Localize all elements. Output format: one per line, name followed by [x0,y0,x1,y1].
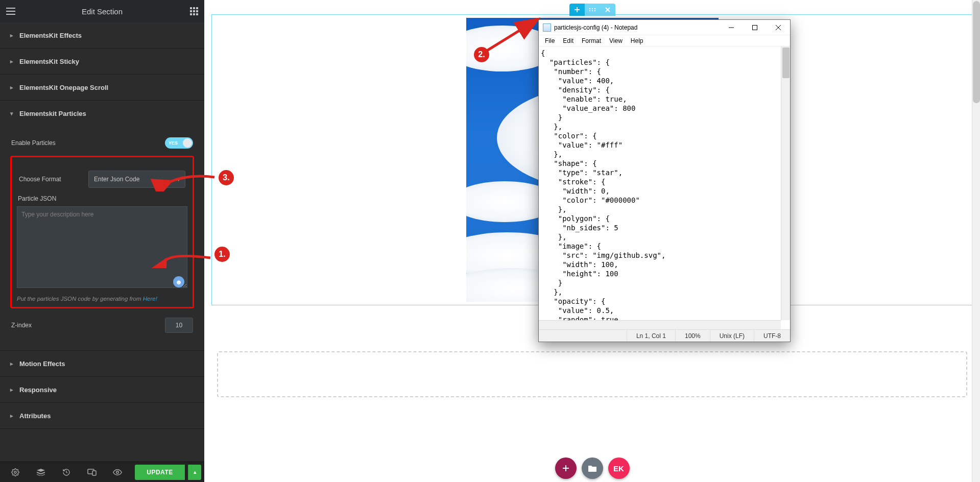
menu-help[interactable]: Help [627,37,648,44]
svg-rect-11 [92,471,96,475]
svg-point-9 [14,471,16,473]
menu-edit[interactable]: Edit [559,37,578,44]
editor-sidebar: Edit Section ▸ElementsKit Effects ▸Eleme… [0,0,204,482]
enable-particles-toggle[interactable]: YES [165,137,193,149]
caret-right-icon: ▸ [10,360,13,367]
choose-format-select[interactable]: Enter Json Code [88,171,185,188]
notepad-window: particlesjs-config (4) - Notepad File Ed… [538,19,791,342]
responsive-icon[interactable] [80,463,104,482]
accordion-effects[interactable]: ▸ElementsKit Effects [0,22,204,48]
status-encoding: UTF-8 [754,330,790,342]
svg-point-14 [591,8,592,9]
accordion-sticky[interactable]: ▸ElementsKit Sticky [0,49,204,74]
accordion-particles[interactable]: ▾Elementskit Particles [0,101,204,126]
svg-rect-7 [193,13,195,15]
svg-rect-2 [196,7,198,9]
notepad-menubar: File Edit Format View Help [539,35,790,46]
svg-point-18 [594,10,595,11]
history-icon[interactable] [54,463,79,482]
accordion-onepage[interactable]: ▸ElementsKit Onepage Scroll [0,75,204,100]
window-maximize-button[interactable] [743,20,767,35]
template-library-button[interactable] [582,457,603,479]
navigator-icon[interactable] [29,463,53,482]
add-section-buttons: EK [555,457,630,479]
svg-point-12 [116,471,119,473]
sidebar-header: Edit Section [0,0,204,22]
notepad-vertical-scrollbar[interactable] [781,46,790,320]
choose-format-label: Choose Format [19,176,82,183]
window-minimize-button[interactable] [720,20,743,35]
svg-rect-0 [190,7,192,9]
accordion-label: Elementskit Particles [19,110,86,117]
assistant-avatar-icon: ☻ [173,276,184,287]
notepad-text-area[interactable]: { "particles": { "number": { "value": 40… [539,46,781,320]
scrollbar-thumb[interactable] [973,1,980,103]
caret-right-icon: ▸ [10,58,13,65]
particles-help-text: Put the particles JSON code by generatin… [17,296,187,302]
annotation-highlight-box: Choose Format Enter Json Code ▾ Particle… [10,156,194,308]
svg-point-16 [589,10,590,11]
accordion-label: Motion Effects [19,360,65,368]
particles-generator-link[interactable]: Here! [143,296,157,302]
canvas-scrollbar[interactable] [972,0,980,482]
settings-icon[interactable] [3,463,28,482]
annotation-marker-1: 1. [214,247,230,262]
apps-grid-icon[interactable] [190,7,198,15]
enable-particles-label: Enable Particles [11,139,159,147]
help-prefix: Put the particles JSON code by generatin… [17,296,143,302]
notepad-horizontal-scrollbar[interactable] [539,320,781,329]
elementskit-button[interactable]: EK [608,457,630,479]
svg-rect-3 [190,10,192,12]
sidebar-footer: UPDATE ▴ [0,462,204,482]
svg-rect-6 [190,13,192,15]
accordion-attributes[interactable]: ▸Attributes [0,403,204,428]
notepad-statusbar: Ln 1, Col 1 100% Unix (LF) UTF-8 [539,329,790,342]
ek-label: EK [613,464,624,473]
z-index-input[interactable] [165,318,193,333]
empty-section-placeholder[interactable] [217,351,967,397]
scrollbar-thumb[interactable] [782,47,790,78]
notepad-body: { "particles": { "number": { "value": 40… [539,46,790,329]
status-zoom: 100% [676,330,710,342]
svg-rect-5 [196,10,198,12]
section-edit-handle[interactable] [585,4,600,16]
notepad-titlebar[interactable]: particlesjs-config (4) - Notepad [539,20,790,35]
annotation-marker-2: 2. [474,47,489,62]
window-close-button[interactable] [767,20,790,35]
menu-format[interactable]: Format [578,37,605,44]
caret-right-icon: ▸ [10,413,13,419]
menu-view[interactable]: View [605,37,627,44]
svg-rect-4 [193,10,195,12]
update-dropdown-button[interactable]: ▴ [188,465,201,480]
menu-icon[interactable] [6,8,15,15]
z-index-label: Z-index [11,322,159,329]
add-section-button[interactable] [555,457,577,479]
accordion-motion[interactable]: ▸Motion Effects [0,351,204,376]
section-close-button[interactable] [600,4,615,16]
status-position: Ln 1, Col 1 [627,330,676,342]
status-eol: Unix (LF) [710,330,754,342]
accordion-label: Responsive [19,386,57,394]
svg-rect-1 [193,7,195,9]
caret-right-icon: ▸ [10,387,13,393]
particle-json-label: Particle JSON [18,195,187,202]
menu-file[interactable]: File [541,37,559,44]
section-toolbar [569,4,615,16]
caret-right-icon: ▸ [10,32,13,39]
caret-down-icon: ▾ [10,110,13,117]
toggle-knob [183,138,192,148]
accordion-label: ElementsKit Sticky [19,58,79,65]
svg-point-13 [589,8,590,9]
update-button[interactable]: UPDATE [135,465,185,480]
accordion-label: Attributes [19,412,51,420]
notepad-title: particlesjs-config (4) - Notepad [554,24,720,31]
chevron-down-icon: ▾ [177,176,180,183]
svg-point-15 [594,8,595,9]
accordion-responsive[interactable]: ▸Responsive [0,377,204,402]
accordion-label: ElementsKit Onepage Scroll [19,84,108,91]
preview-icon[interactable] [105,463,130,482]
particle-json-textarea[interactable] [17,206,187,288]
svg-point-17 [591,10,592,11]
section-add-button[interactable] [569,4,585,16]
particles-panel: Enable Particles YES Choose Format Enter… [0,126,204,350]
